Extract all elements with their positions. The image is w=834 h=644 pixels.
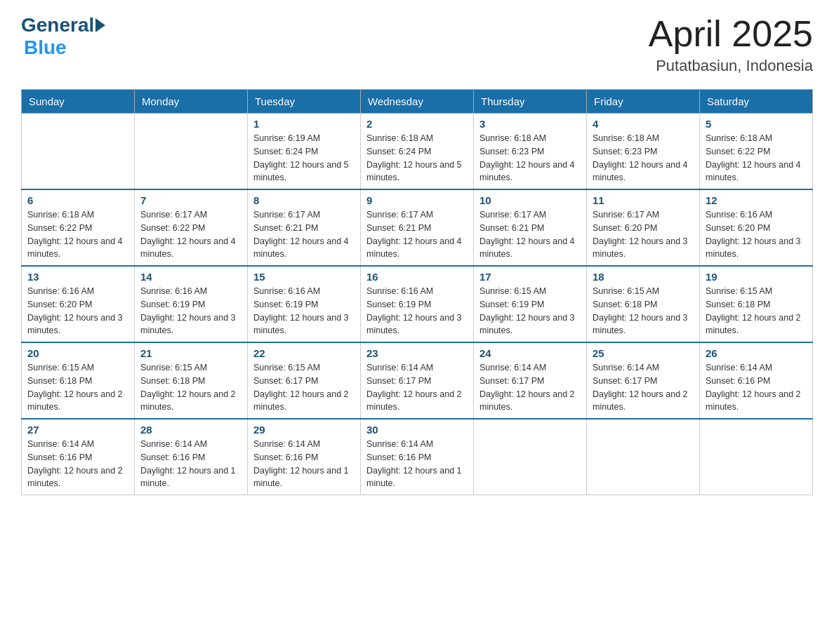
day-number: 4 [593, 118, 694, 130]
day-info: Sunrise: 6:17 AMSunset: 6:21 PMDaylight:… [479, 208, 581, 261]
table-row: 4Sunrise: 6:18 AMSunset: 6:23 PMDaylight… [587, 114, 700, 190]
day-info: Sunrise: 6:14 AMSunset: 6:16 PMDaylight:… [253, 438, 355, 490]
day-number: 19 [706, 271, 807, 283]
table-row: 6Sunrise: 6:18 AMSunset: 6:22 PMDaylight… [22, 189, 135, 266]
logo-general: General [21, 14, 94, 36]
day-number: 23 [366, 347, 468, 359]
table-row: 3Sunrise: 6:18 AMSunset: 6:23 PMDaylight… [474, 114, 587, 190]
day-info: Sunrise: 6:16 AMSunset: 6:19 PMDaylight:… [366, 285, 468, 337]
day-info: Sunrise: 6:16 AMSunset: 6:20 PMDaylight:… [706, 208, 807, 261]
col-saturday: Saturday [700, 90, 813, 114]
day-info: Sunrise: 6:15 AMSunset: 6:18 PMDaylight:… [593, 285, 694, 337]
day-number: 17 [479, 271, 581, 283]
table-row: 12Sunrise: 6:16 AMSunset: 6:20 PMDayligh… [700, 189, 813, 266]
day-number: 9 [366, 194, 468, 206]
day-info: Sunrise: 6:14 AMSunset: 6:16 PMDaylight:… [366, 438, 468, 490]
logo: General Blue [21, 14, 107, 59]
table-row [22, 114, 135, 190]
col-friday: Friday [587, 90, 700, 114]
day-info: Sunrise: 6:17 AMSunset: 6:21 PMDaylight:… [366, 208, 468, 261]
table-row: 15Sunrise: 6:16 AMSunset: 6:19 PMDayligh… [248, 266, 361, 342]
table-row: 21Sunrise: 6:15 AMSunset: 6:18 PMDayligh… [135, 342, 248, 419]
location: Putatbasiun, Indonesia [649, 57, 813, 75]
day-info: Sunrise: 6:16 AMSunset: 6:20 PMDaylight:… [27, 285, 128, 337]
day-number: 5 [706, 118, 807, 130]
day-info: Sunrise: 6:15 AMSunset: 6:17 PMDaylight:… [253, 361, 355, 414]
day-info: Sunrise: 6:18 AMSunset: 6:23 PMDaylight:… [593, 132, 694, 185]
day-number: 6 [27, 194, 128, 206]
day-info: Sunrise: 6:18 AMSunset: 6:23 PMDaylight:… [479, 132, 581, 185]
table-row [587, 419, 700, 495]
day-info: Sunrise: 6:15 AMSunset: 6:18 PMDaylight:… [27, 361, 128, 414]
table-row: 5Sunrise: 6:18 AMSunset: 6:22 PMDaylight… [700, 114, 813, 190]
day-info: Sunrise: 6:14 AMSunset: 6:16 PMDaylight:… [27, 438, 128, 490]
day-info: Sunrise: 6:18 AMSunset: 6:22 PMDaylight:… [706, 132, 807, 185]
calendar-table: Sunday Monday Tuesday Wednesday Thursday… [21, 89, 813, 495]
day-number: 21 [140, 347, 241, 359]
day-number: 16 [366, 271, 468, 283]
day-info: Sunrise: 6:18 AMSunset: 6:24 PMDaylight:… [366, 132, 468, 185]
day-info: Sunrise: 6:14 AMSunset: 6:16 PMDaylight:… [706, 361, 807, 414]
day-number: 7 [140, 194, 241, 206]
day-number: 28 [140, 424, 241, 436]
table-row: 11Sunrise: 6:17 AMSunset: 6:20 PMDayligh… [587, 189, 700, 266]
day-number: 11 [593, 194, 694, 206]
day-info: Sunrise: 6:18 AMSunset: 6:22 PMDaylight:… [27, 208, 128, 261]
title-block: April 2025 Putatbasiun, Indonesia [649, 14, 813, 75]
table-row: 28Sunrise: 6:14 AMSunset: 6:16 PMDayligh… [135, 419, 248, 495]
table-row: 25Sunrise: 6:14 AMSunset: 6:17 PMDayligh… [587, 342, 700, 419]
logo-text: General [21, 14, 107, 36]
table-row: 8Sunrise: 6:17 AMSunset: 6:21 PMDaylight… [248, 189, 361, 266]
table-row: 26Sunrise: 6:14 AMSunset: 6:16 PMDayligh… [700, 342, 813, 419]
day-number: 20 [27, 347, 128, 359]
table-row: 9Sunrise: 6:17 AMSunset: 6:21 PMDaylight… [361, 189, 474, 266]
table-row: 18Sunrise: 6:15 AMSunset: 6:18 PMDayligh… [587, 266, 700, 342]
col-monday: Monday [135, 90, 248, 114]
table-row [474, 419, 587, 495]
day-info: Sunrise: 6:14 AMSunset: 6:17 PMDaylight:… [366, 361, 468, 414]
table-row: 24Sunrise: 6:14 AMSunset: 6:17 PMDayligh… [474, 342, 587, 419]
table-row: 17Sunrise: 6:15 AMSunset: 6:19 PMDayligh… [474, 266, 587, 342]
day-info: Sunrise: 6:15 AMSunset: 6:18 PMDaylight:… [706, 285, 807, 337]
day-info: Sunrise: 6:19 AMSunset: 6:24 PMDaylight:… [253, 132, 355, 185]
table-row: 27Sunrise: 6:14 AMSunset: 6:16 PMDayligh… [22, 419, 135, 495]
day-number: 24 [479, 347, 581, 359]
table-row: 10Sunrise: 6:17 AMSunset: 6:21 PMDayligh… [474, 189, 587, 266]
day-number: 14 [140, 271, 241, 283]
table-row: 30Sunrise: 6:14 AMSunset: 6:16 PMDayligh… [361, 419, 474, 495]
day-number: 3 [479, 118, 581, 130]
day-number: 30 [366, 424, 468, 436]
table-row: 2Sunrise: 6:18 AMSunset: 6:24 PMDaylight… [361, 114, 474, 190]
col-wednesday: Wednesday [361, 90, 474, 114]
day-info: Sunrise: 6:14 AMSunset: 6:17 PMDaylight:… [593, 361, 694, 414]
table-row: 13Sunrise: 6:16 AMSunset: 6:20 PMDayligh… [22, 266, 135, 342]
day-number: 22 [253, 347, 355, 359]
col-thursday: Thursday [474, 90, 587, 114]
day-info: Sunrise: 6:16 AMSunset: 6:19 PMDaylight:… [253, 285, 355, 337]
table-row: 7Sunrise: 6:17 AMSunset: 6:22 PMDaylight… [135, 189, 248, 266]
table-row [135, 114, 248, 190]
calendar-week-row: 13Sunrise: 6:16 AMSunset: 6:20 PMDayligh… [22, 266, 813, 342]
day-number: 8 [253, 194, 355, 206]
col-sunday: Sunday [22, 90, 135, 114]
day-info: Sunrise: 6:17 AMSunset: 6:22 PMDaylight:… [140, 208, 241, 261]
calendar-week-row: 20Sunrise: 6:15 AMSunset: 6:18 PMDayligh… [22, 342, 813, 419]
day-number: 2 [366, 118, 468, 130]
day-number: 1 [253, 118, 355, 130]
day-number: 29 [253, 424, 355, 436]
month-title: April 2025 [649, 14, 813, 54]
table-row: 1Sunrise: 6:19 AMSunset: 6:24 PMDaylight… [248, 114, 361, 190]
col-tuesday: Tuesday [248, 90, 361, 114]
day-info: Sunrise: 6:14 AMSunset: 6:17 PMDaylight:… [479, 361, 581, 414]
table-row: 14Sunrise: 6:16 AMSunset: 6:19 PMDayligh… [135, 266, 248, 342]
calendar-week-row: 6Sunrise: 6:18 AMSunset: 6:22 PMDaylight… [22, 189, 813, 266]
day-number: 27 [27, 424, 128, 436]
day-number: 26 [706, 347, 807, 359]
table-row: 22Sunrise: 6:15 AMSunset: 6:17 PMDayligh… [248, 342, 361, 419]
day-info: Sunrise: 6:15 AMSunset: 6:18 PMDaylight:… [140, 361, 241, 414]
table-row [700, 419, 813, 495]
page-header: General Blue April 2025 Putatbasiun, Ind… [21, 14, 813, 75]
day-number: 12 [706, 194, 807, 206]
calendar-week-row: 27Sunrise: 6:14 AMSunset: 6:16 PMDayligh… [22, 419, 813, 495]
day-number: 25 [593, 347, 694, 359]
